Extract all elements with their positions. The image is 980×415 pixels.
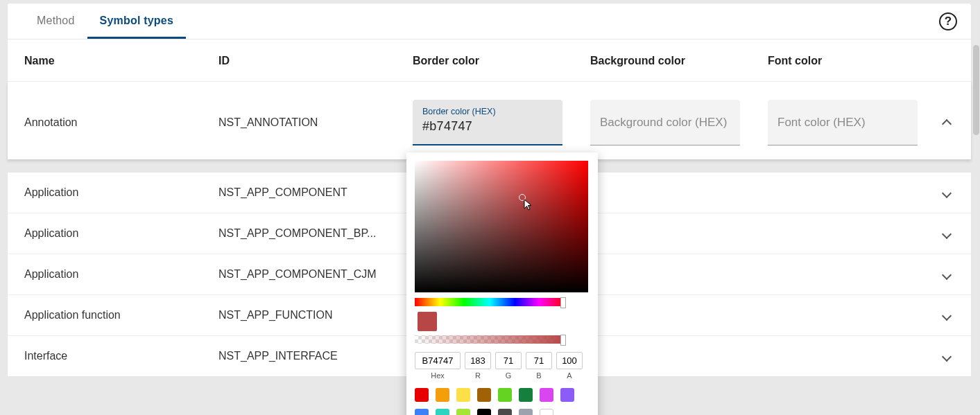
color-swatch[interactable] — [477, 409, 491, 415]
a-input[interactable] — [556, 352, 583, 369]
b-input[interactable] — [526, 352, 552, 369]
alpha-slider[interactable] — [415, 335, 565, 344]
header-name: Name — [24, 55, 218, 67]
tabbar: Method Symbol types ? — [8, 3, 971, 39]
color-swatch[interactable] — [456, 409, 470, 415]
color-swatch[interactable] — [540, 388, 553, 402]
header-border-color: Border color — [413, 55, 590, 67]
saturation-value-area[interactable] — [415, 161, 588, 292]
help-icon[interactable]: ? — [939, 12, 957, 30]
row-expander[interactable] — [918, 116, 954, 130]
header-id: ID — [218, 55, 413, 67]
color-swatch[interactable] — [560, 388, 574, 402]
r-input[interactable] — [465, 352, 491, 369]
hue-slider[interactable] — [415, 298, 565, 306]
row-id: NST_APP_INTERFACE — [218, 350, 413, 362]
scrollbar-thumb[interactable] — [973, 45, 979, 135]
border-color-label: Border color (HEX) — [422, 107, 553, 116]
row-name: Application function — [24, 309, 218, 321]
header-font-color: Font color — [768, 55, 945, 67]
chevron-down-icon — [942, 229, 952, 238]
color-swatch[interactable] — [436, 388, 449, 402]
row-name: Application — [24, 186, 218, 199]
cursor-icon — [524, 199, 533, 211]
border-color-field[interactable]: Border color (HEX) #b74747 — [413, 100, 562, 145]
color-value-row: Hex R G B A — [415, 352, 590, 380]
color-swatch[interactable] — [456, 388, 470, 402]
color-swatch[interactable] — [477, 388, 491, 402]
hex-label: Hex — [431, 371, 445, 380]
r-label: R — [475, 371, 481, 380]
tab-method[interactable]: Method — [24, 3, 87, 39]
chevron-down-icon — [942, 351, 952, 361]
color-swatch[interactable] — [436, 409, 449, 415]
chevron-down-icon — [942, 188, 952, 197]
font-color-field[interactable]: Font color (HEX) — [768, 100, 918, 145]
current-color-swatch — [418, 312, 437, 331]
background-color-field[interactable]: Background color (HEX) — [590, 100, 740, 145]
row-name: Application — [24, 227, 218, 240]
row-name: Interface — [24, 350, 218, 362]
tab-symbol-types[interactable]: Symbol types — [87, 3, 186, 39]
color-swatch[interactable] — [415, 409, 429, 415]
row-id: NST_APP_COMPONENT_CJM — [218, 268, 413, 281]
chevron-down-icon — [942, 270, 952, 279]
hex-input[interactable] — [415, 352, 461, 369]
chevron-up-icon — [942, 118, 952, 128]
chevron-down-icon — [942, 310, 952, 320]
symbol-types-panel: Method Symbol types ? Name ID Border col… — [7, 3, 972, 159]
color-picker: Hex R G B A — [406, 152, 598, 415]
row-id: NST_APP_FUNCTION — [218, 309, 413, 321]
b-label: B — [536, 371, 541, 380]
color-swatch[interactable] — [415, 388, 429, 402]
color-swatch-row — [415, 388, 590, 415]
g-label: G — [506, 371, 512, 380]
a-label: A — [567, 371, 571, 380]
color-swatch[interactable] — [540, 409, 553, 415]
color-swatch[interactable] — [498, 388, 512, 402]
border-color-value: #b74747 — [422, 119, 472, 133]
table-row: Annotation NST_ANNOTATION Border color (… — [8, 81, 971, 159]
color-swatch[interactable] — [498, 409, 512, 415]
row-name: Application — [24, 268, 218, 281]
table-header-row: Name ID Border color Background color Fo… — [8, 39, 971, 81]
g-input[interactable] — [495, 352, 522, 369]
row-name: Annotation — [24, 116, 218, 129]
background-color-placeholder: Background color (HEX) — [600, 116, 727, 130]
header-background-color: Background color — [590, 55, 768, 67]
sv-handle[interactable] — [519, 194, 526, 201]
color-swatch[interactable] — [519, 388, 533, 402]
font-color-placeholder: Font color (HEX) — [777, 116, 866, 130]
row-id: NST_APP_COMPONENT_BP... — [218, 227, 413, 240]
row-id: NST_ANNOTATION — [218, 116, 413, 129]
row-id: NST_APP_COMPONENT — [218, 186, 413, 199]
color-swatch[interactable] — [519, 409, 533, 415]
